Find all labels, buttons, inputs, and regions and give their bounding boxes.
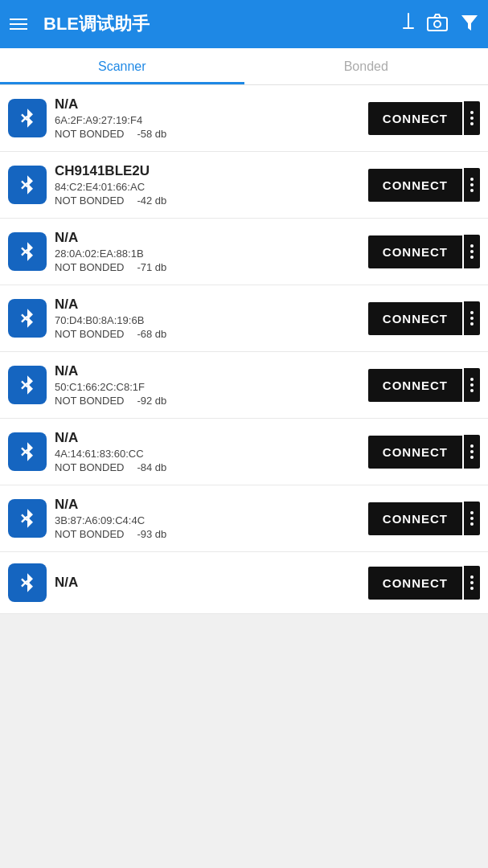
list-item: CH9141BLE2U 84:C2:E4:01:66:AC NOT BONDED…	[0, 152, 488, 219]
more-options-button[interactable]	[464, 566, 480, 600]
device-mac: 50:C1:66:2C:C8:1F	[55, 381, 360, 393]
device-info: N/A 50:C1:66:2C:C8:1F NOT BONDED -92 db	[55, 363, 360, 407]
device-info: N/A 28:0A:02:EA:88:1B NOT BONDED -71 db	[55, 230, 360, 273]
device-mac: 70:D4:B0:8A:19:6B	[55, 314, 360, 326]
more-options-button[interactable]	[464, 502, 480, 535]
connect-area: CONNECT	[368, 101, 480, 135]
list-item: N/A 70:D4:B0:8A:19:6B NOT BONDED -68 db …	[0, 285, 488, 352]
connect-area: CONNECT	[368, 566, 480, 600]
device-bonded-status: NOT BONDED	[55, 261, 124, 273]
device-name: N/A	[55, 497, 360, 513]
device-bonded-status: NOT BONDED	[55, 128, 124, 140]
connect-button[interactable]: CONNECT	[368, 102, 462, 135]
device-info: N/A	[55, 575, 360, 591]
device-mac: 84:C2:E4:01:66:AC	[55, 181, 360, 193]
filter-icon[interactable]	[461, 14, 478, 35]
tab-scanner[interactable]: Scanner	[0, 48, 244, 84]
more-options-button[interactable]	[464, 435, 480, 469]
connect-area: CONNECT	[368, 502, 480, 535]
bluetooth-icon	[8, 232, 47, 271]
camera-icon[interactable]	[427, 14, 448, 35]
connect-area: CONNECT	[368, 235, 480, 268]
device-info: CH9141BLE2U 84:C2:E4:01:66:AC NOT BONDED…	[55, 163, 360, 207]
device-status-row: NOT BONDED -84 db	[55, 461, 360, 473]
menu-button[interactable]	[10, 18, 27, 30]
device-rssi: -42 db	[137, 194, 166, 207]
device-status-row: NOT BONDED -93 db	[55, 528, 360, 540]
bluetooth-icon	[8, 366, 47, 404]
device-rssi: -92 db	[137, 395, 166, 407]
device-status-row: NOT BONDED -58 db	[55, 128, 360, 140]
device-name: CH9141BLE2U	[55, 163, 360, 179]
bluetooth-icon	[8, 99, 47, 137]
header-icons	[403, 13, 478, 36]
device-mac: 4A:14:61:83:60:CC	[55, 448, 360, 460]
connect-area: CONNECT	[368, 301, 480, 335]
device-mac: 6A:2F:A9:27:19:F4	[55, 114, 360, 126]
list-item: N/A 28:0A:02:EA:88:1B NOT BONDED -71 db …	[0, 219, 488, 285]
device-bonded-status: NOT BONDED	[55, 328, 124, 340]
device-info: N/A 70:D4:B0:8A:19:6B NOT BONDED -68 db	[55, 297, 360, 340]
list-item: N/A 6A:2F:A9:27:19:F4 NOT BONDED -58 db …	[0, 85, 488, 152]
device-status-row: NOT BONDED -68 db	[55, 328, 360, 340]
device-rssi: -68 db	[137, 328, 166, 340]
device-bonded-status: NOT BONDED	[55, 528, 124, 540]
connect-button[interactable]: CONNECT	[368, 567, 462, 600]
tab-bonded[interactable]: Bonded	[244, 48, 489, 84]
app-header: BLE调试助手	[0, 0, 488, 48]
device-bonded-status: NOT BONDED	[55, 461, 124, 473]
connect-button[interactable]: CONNECT	[368, 169, 462, 202]
svg-rect-0	[408, 13, 409, 29]
device-list: N/A 6A:2F:A9:27:19:F4 NOT BONDED -58 db …	[0, 85, 488, 614]
connect-button[interactable]: CONNECT	[368, 369, 462, 402]
bluetooth-icon	[8, 563, 47, 602]
device-name: N/A	[55, 297, 360, 313]
list-item: N/A 3B:87:A6:09:C4:4C NOT BONDED -93 db …	[0, 485, 488, 552]
device-status-row: NOT BONDED -71 db	[55, 261, 360, 273]
device-bonded-status: NOT BONDED	[55, 395, 124, 407]
app-title: BLE调试助手	[43, 12, 393, 36]
bluetooth-icon	[8, 499, 47, 538]
device-mac: 3B:87:A6:09:C4:4C	[55, 514, 360, 526]
bluetooth-icon	[8, 299, 47, 338]
device-rssi: -71 db	[137, 261, 166, 273]
connect-button[interactable]: CONNECT	[368, 436, 462, 469]
device-name: N/A	[55, 96, 360, 113]
antenna-icon	[403, 13, 414, 36]
more-options-button[interactable]	[464, 301, 480, 335]
connect-button[interactable]: CONNECT	[368, 502, 462, 535]
svg-rect-1	[403, 27, 414, 29]
connect-button[interactable]: CONNECT	[368, 235, 462, 268]
connect-button[interactable]: CONNECT	[368, 302, 462, 335]
more-options-button[interactable]	[464, 168, 480, 202]
device-rssi: -84 db	[137, 461, 166, 473]
connect-area: CONNECT	[368, 168, 480, 202]
tab-bar: Scanner Bonded	[0, 48, 488, 85]
svg-point-3	[434, 21, 441, 27]
device-rssi: -58 db	[137, 128, 166, 140]
connect-area: CONNECT	[368, 368, 480, 402]
more-options-button[interactable]	[464, 101, 480, 135]
list-item: N/A 4A:14:61:83:60:CC NOT BONDED -84 db …	[0, 419, 488, 485]
list-item: N/A CONNECT	[0, 552, 488, 614]
device-name: N/A	[55, 363, 360, 379]
list-item: N/A 50:C1:66:2C:C8:1F NOT BONDED -92 db …	[0, 352, 488, 419]
bluetooth-icon	[8, 166, 47, 204]
device-status-row: NOT BONDED -42 db	[55, 194, 360, 207]
svg-rect-2	[428, 18, 447, 31]
device-info: N/A 3B:87:A6:09:C4:4C NOT BONDED -93 db	[55, 497, 360, 540]
device-mac: 28:0A:02:EA:88:1B	[55, 248, 360, 260]
device-name: N/A	[55, 575, 360, 591]
more-options-button[interactable]	[464, 368, 480, 402]
device-rssi: -93 db	[137, 528, 166, 540]
device-name: N/A	[55, 230, 360, 246]
more-options-button[interactable]	[464, 235, 480, 268]
device-status-row: NOT BONDED -92 db	[55, 395, 360, 407]
device-bonded-status: NOT BONDED	[55, 194, 124, 207]
device-info: N/A 4A:14:61:83:60:CC NOT BONDED -84 db	[55, 430, 360, 473]
bluetooth-icon	[8, 432, 47, 471]
device-info: N/A 6A:2F:A9:27:19:F4 NOT BONDED -58 db	[55, 96, 360, 140]
connect-area: CONNECT	[368, 435, 480, 469]
device-name: N/A	[55, 430, 360, 446]
svg-marker-4	[461, 15, 478, 31]
